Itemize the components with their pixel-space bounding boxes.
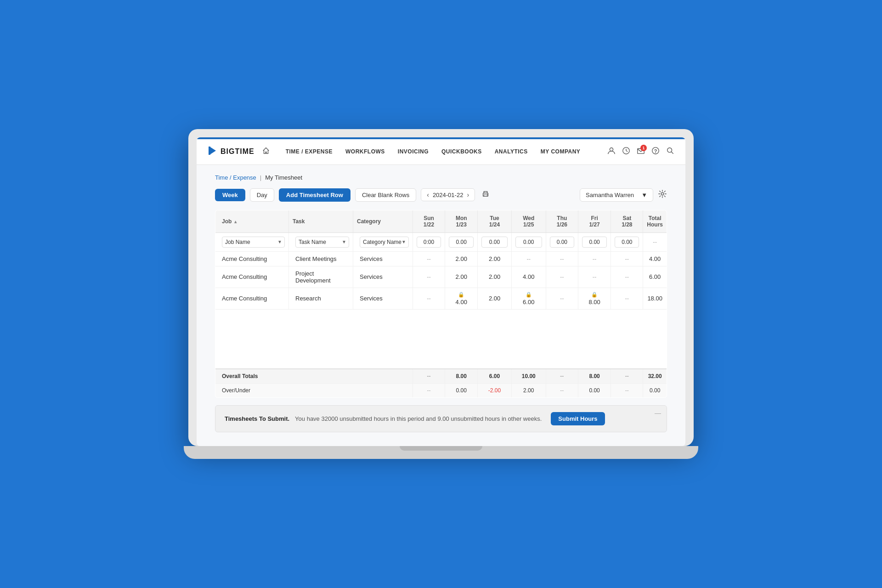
settings-icon[interactable] [658, 189, 667, 201]
breadcrumb-separator: | [260, 174, 261, 181]
input-tue[interactable] [481, 237, 507, 248]
mail-icon[interactable]: 1 [637, 147, 645, 157]
input-sat-cell[interactable] [611, 232, 643, 251]
row3-tue[interactable]: 2.00 [478, 288, 511, 309]
over-under-sat: -- [611, 384, 643, 398]
date-navigator: ‹ 2024-01-22 › [421, 188, 475, 201]
week-button[interactable]: Week [215, 189, 245, 201]
col-header-sat: Sat 1/28 [611, 210, 643, 232]
row2-total: 6.00 [643, 266, 667, 288]
clear-blank-rows-button[interactable]: Clear Blank Rows [355, 188, 416, 202]
row2-sat: -- [611, 266, 643, 288]
task-select-cell[interactable]: Task Name ▼ [289, 232, 353, 251]
job-select[interactable]: Job Name [222, 237, 285, 248]
input-wed[interactable] [515, 237, 542, 248]
row3-total: 18.00 [643, 288, 667, 309]
submit-bar-close[interactable]: — [655, 409, 661, 417]
input-fri-cell[interactable] [578, 232, 611, 251]
over-under-wed: 2.00 [511, 384, 546, 398]
task-select[interactable]: Task Name [295, 237, 349, 248]
svg-point-7 [667, 147, 672, 152]
row3-sun: -- [413, 288, 445, 309]
user-selector[interactable]: Samantha Warren ▼ [580, 188, 653, 202]
job-sort-icon[interactable]: ▴ [234, 219, 237, 224]
input-wed-cell[interactable] [511, 232, 546, 251]
row2-fri: -- [578, 266, 611, 288]
col-header-total: Total Hours [643, 210, 667, 232]
over-under-mon: 0.00 [445, 384, 478, 398]
input-sun-cell[interactable] [413, 232, 445, 251]
input-mon[interactable] [449, 237, 474, 248]
col-header-job: Job ▴ [215, 210, 289, 232]
row1-mon[interactable]: 2.00 [445, 251, 478, 266]
row1-tue[interactable]: 2.00 [478, 251, 511, 266]
category-select-cell[interactable]: Category Name ▼ [353, 232, 413, 251]
svg-point-10 [487, 194, 488, 195]
nav-links: TIME / EXPENSE WORKFLOWS INVOICING QUICK… [279, 139, 600, 164]
svg-text:?: ? [654, 148, 657, 153]
help-icon[interactable]: ? [651, 147, 660, 157]
nav-link-invoicing[interactable]: INVOICING [391, 139, 435, 164]
row2-mon[interactable]: 2.00 [445, 266, 478, 288]
nav-link-workflows[interactable]: WORKFLOWS [339, 139, 391, 164]
job-select-cell[interactable]: Job Name ▼ [215, 232, 289, 251]
user-selector-label: Samantha Warren [586, 192, 634, 198]
row1-thu: -- [546, 251, 578, 266]
table-header-row: Job ▴ Task Category Sun 1/22 [215, 210, 667, 232]
day-button[interactable]: Day [250, 188, 274, 202]
date-range-label: 2024-01-22 [433, 192, 464, 198]
row2-tue[interactable]: 2.00 [478, 266, 511, 288]
table-input-row: Job Name ▼ Task Name ▼ [215, 232, 667, 251]
home-icon[interactable] [262, 147, 270, 157]
nav-link-my-company[interactable]: MY COMPANY [534, 139, 587, 164]
totals-sun: -- [413, 369, 445, 384]
input-fri[interactable] [582, 237, 607, 248]
totals-label: Overall Totals [215, 369, 413, 384]
submit-bar-title: Timesheets To Submit. [225, 415, 289, 422]
nav-link-quickbooks[interactable]: QUICKBOOKS [435, 139, 488, 164]
date-prev-button[interactable]: ‹ [426, 191, 430, 198]
breadcrumb: Time / Expense | My Timesheet [215, 174, 667, 181]
input-mon-cell[interactable] [445, 232, 478, 251]
clock-icon[interactable] [622, 147, 630, 157]
lock-icon: 🔒 [591, 292, 598, 298]
laptop-base [184, 446, 698, 459]
input-thu[interactable] [550, 237, 574, 248]
nav-link-time-expense[interactable]: TIME / EXPENSE [279, 139, 339, 164]
over-under-sun: -- [413, 384, 445, 398]
add-timesheet-row-button[interactable]: Add Timesheet Row [279, 188, 351, 202]
input-sat[interactable] [615, 237, 639, 248]
input-sun[interactable] [417, 237, 441, 248]
row1-total: 4.00 [643, 251, 667, 266]
breadcrumb-parent[interactable]: Time / Expense [215, 174, 256, 181]
row3-job: Acme Consulting [215, 288, 289, 309]
input-tue-cell[interactable] [478, 232, 511, 251]
category-select[interactable]: Category Name [360, 237, 409, 248]
lock-icon: 🔒 [526, 292, 532, 298]
user-icon[interactable] [607, 147, 616, 157]
row1-sun: -- [413, 251, 445, 266]
row2-wed[interactable]: 4.00 [511, 266, 546, 288]
input-thu-cell[interactable] [546, 232, 578, 251]
table-row: Acme Consulting Research Services -- 🔒 4… [215, 288, 667, 309]
svg-point-11 [661, 192, 663, 195]
date-next-button[interactable]: › [466, 191, 470, 198]
print-icon[interactable] [481, 190, 490, 200]
totals-thu: -- [546, 369, 578, 384]
row2-sun: -- [413, 266, 445, 288]
col-header-fri: Fri 1/27 [578, 210, 611, 232]
search-icon[interactable] [666, 147, 674, 157]
empty-space-cell [215, 309, 667, 369]
over-under-total: 0.00 [643, 384, 667, 398]
row1-category: Services [353, 251, 413, 266]
row1-wed: -- [511, 251, 546, 266]
navbar: BIGTIME TIME / EXPENSE WORKFLOWS INVOICI… [197, 139, 685, 165]
nav-actions: 1 ? [607, 147, 674, 157]
submit-hours-button[interactable]: Submit Hours [551, 412, 605, 425]
nav-logo-text: BIGTIME [220, 147, 254, 156]
col-header-category: Category [353, 210, 413, 232]
svg-marker-0 [209, 147, 216, 155]
nav-link-analytics[interactable]: ANALYTICS [488, 139, 534, 164]
input-total-value: -- [653, 238, 657, 245]
row3-sat: -- [611, 288, 643, 309]
